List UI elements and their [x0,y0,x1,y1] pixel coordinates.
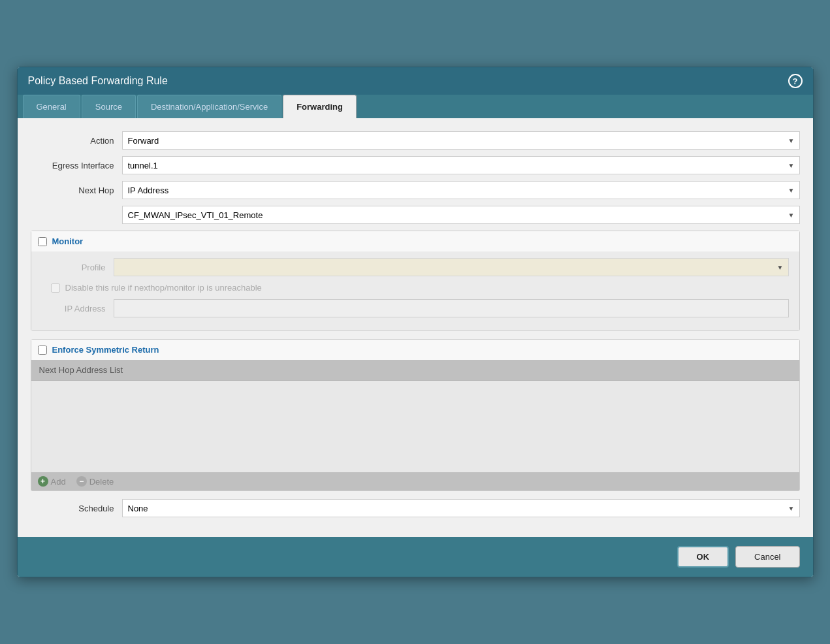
nexthop-select[interactable]: IP Address [122,181,800,199]
enforce-body: Next Hop Address List + Add − Delete [31,360,799,491]
ip-address-label: IP Address [42,304,114,314]
nexthop-sub-select[interactable]: CF_MWAN_IPsec_VTI_01_Remote [122,206,800,224]
dialog-container: Policy Based Forwarding Rule ? General S… [17,67,814,577]
tab-general[interactable]: General [23,95,80,118]
delete-button[interactable]: − Delete [76,476,114,487]
nexthop-label: Next Hop [31,185,122,195]
ip-address-input[interactable] [114,299,789,317]
monitor-section: Monitor Profile Disable this rule if nex… [31,231,800,331]
profile-row: Profile [42,258,789,276]
nexthop-sub-row: CF_MWAN_IPsec_VTI_01_Remote [31,206,800,224]
cancel-button[interactable]: Cancel [735,546,799,568]
nexthop-list-header: Next Hop Address List [31,360,799,381]
disable-rule-checkbox[interactable] [51,283,60,293]
monitor-title: Monitor [52,236,84,246]
schedule-select-wrapper: None [122,499,800,517]
dialog-body: Action Forward Egress Interface tunnel.1… [18,118,813,537]
profile-select[interactable] [114,258,789,276]
enforce-checkbox[interactable] [38,346,47,355]
tab-forwarding[interactable]: Forwarding [283,95,357,118]
nexthop-sub-select-wrapper: CF_MWAN_IPsec_VTI_01_Remote [122,206,800,224]
egress-select[interactable]: tunnel.1 [122,156,800,174]
tab-bar: General Source Destination/Application/S… [18,95,813,118]
action-select[interactable]: Forward [122,131,800,150]
disable-rule-row: Disable this rule if nexthop/monitor ip … [42,283,789,293]
ip-address-row: IP Address [42,299,789,317]
nexthop-list [31,381,799,472]
monitor-content: Profile Disable this rule if nexthop/mon… [31,251,799,330]
nexthop-select-wrapper: IP Address [122,181,800,199]
action-label: Action [31,136,122,146]
dialog-title: Policy Based Forwarding Rule [28,75,168,87]
action-row: Action Forward [31,131,800,150]
help-icon[interactable]: ? [788,74,803,88]
title-bar: Policy Based Forwarding Rule ? [18,67,813,95]
schedule-row: Schedule None [31,499,800,517]
enforce-title: Enforce Symmetric Return [52,345,159,355]
profile-label: Profile [42,263,114,272]
schedule-label: Schedule [31,504,122,513]
egress-select-wrapper: tunnel.1 [122,156,800,174]
profile-select-wrapper [114,258,789,276]
nexthop-footer: + Add − Delete [31,472,799,491]
enforce-section: Enforce Symmetric Return Next Hop Addres… [31,339,800,491]
tab-source[interactable]: Source [82,95,136,118]
tab-destination[interactable]: Destination/Application/Service [137,95,281,118]
dialog-footer: OK Cancel [18,537,813,577]
add-icon: + [38,476,48,487]
add-button[interactable]: + Add [38,476,66,487]
monitor-header: Monitor [31,231,799,251]
schedule-select[interactable]: None [122,499,800,517]
action-select-wrapper: Forward [122,131,800,150]
ok-button[interactable]: OK [677,546,729,568]
delete-label: Delete [89,477,114,487]
enforce-header: Enforce Symmetric Return [31,340,799,360]
nexthop-row: Next Hop IP Address [31,181,800,199]
monitor-checkbox[interactable] [38,237,47,246]
delete-icon: − [76,476,87,487]
egress-label: Egress Interface [31,161,122,170]
egress-row: Egress Interface tunnel.1 [31,156,800,174]
add-label: Add [51,477,66,487]
disable-rule-label: Disable this rule if nexthop/monitor ip … [65,283,262,293]
